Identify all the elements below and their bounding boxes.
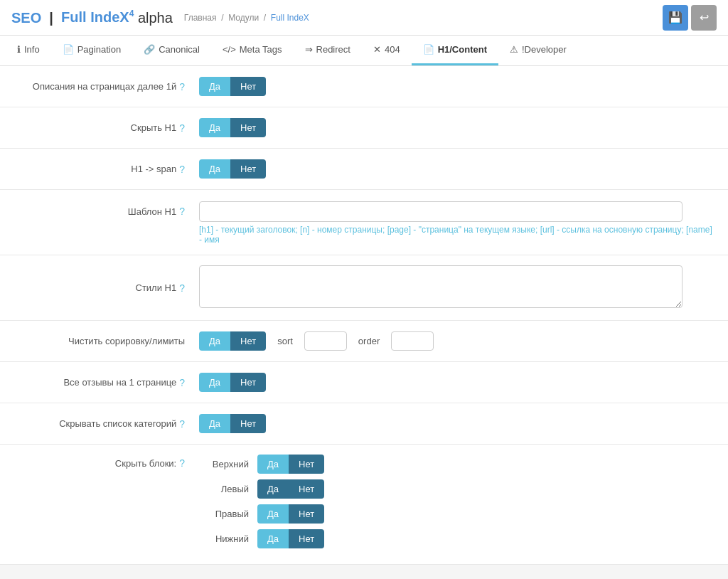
label-descriptions: Описания на страницах далее 1й ? (14, 81, 199, 92)
value-blocks: Верхний Да Нет Левый Да Нет Правый Да (199, 455, 714, 554)
tab-canonical-label: Canonical (159, 44, 200, 55)
toggle-hide-categories: Да Нет (199, 414, 714, 433)
label-hide-categories-text: Скрывать список категорий (59, 418, 176, 429)
back-button[interactable]: ↩ (691, 5, 717, 31)
tab-info[interactable]: ℹ Info (6, 36, 51, 65)
value-sort-limits: Да Нет sort order (199, 331, 714, 351)
btn-block-right-yes[interactable]: Да (257, 504, 289, 524)
input-template-h1[interactable] (199, 201, 682, 222)
help-icon-blocks[interactable]: ? (179, 457, 185, 469)
redirect-icon: ⇒ (305, 44, 313, 55)
block-name-bottom: Нижний (199, 533, 249, 544)
help-text-template-h1: [h1] - текущий заголовок; [n] - номер ст… (199, 225, 714, 245)
btn-all-reviews-no[interactable]: Нет (230, 373, 266, 392)
label-all-reviews: Все отзывы на 1 странице ? (14, 377, 199, 388)
tab-canonical[interactable]: 🔗 Canonical (132, 36, 211, 65)
tab-developer[interactable]: ⚠ !Developer (498, 36, 578, 65)
tab-h1content-label: H1/Content (438, 44, 487, 55)
value-hide-h1: Да Нет (199, 118, 714, 137)
tab-redirect-label: Redirect (316, 44, 350, 55)
btn-hide-categories-no[interactable]: Нет (230, 414, 266, 433)
tab-404[interactable]: ✕ 404 (362, 36, 412, 65)
value-all-reviews: Да Нет (199, 373, 714, 392)
value-styles-h1 (199, 265, 714, 310)
btn-h1-span-no[interactable]: Нет (230, 159, 266, 179)
btn-block-bottom-yes[interactable]: Да (257, 529, 289, 548)
order-label: order (358, 336, 380, 346)
tab-pagination[interactable]: 📄 Pagination (51, 36, 132, 65)
btn-block-left-yes[interactable]: Да (257, 479, 289, 499)
btn-hide-h1-yes[interactable]: Да (199, 118, 230, 137)
btn-sort-limits-yes[interactable]: Да (199, 331, 230, 351)
label-hide-h1: Скрыть Н1 ? (14, 122, 199, 134)
label-hide-h1-text: Скрыть Н1 (131, 122, 177, 133)
toggle-block-right: Да Нет (257, 504, 324, 524)
help-icon-styles-h1[interactable]: ? (179, 282, 185, 294)
toggle-all-reviews: Да Нет (199, 373, 714, 392)
label-blocks-text: Скрыть блоки: (115, 458, 176, 469)
btn-block-top-no[interactable]: Нет (289, 455, 324, 474)
help-icon-h1-span[interactable]: ? (179, 164, 185, 175)
toggle-sort-limits: Да Нет (199, 331, 266, 351)
row-sort-limits: Чистить сорировку/лимиты Да Нет sort ord… (0, 321, 728, 362)
order-input[interactable] (391, 331, 434, 351)
label-styles-h1-text: Стили Н1 (136, 282, 177, 293)
tab-h1content[interactable]: 📄 H1/Content (412, 36, 498, 65)
label-h1-span-text: Н1 -> span (131, 164, 176, 174)
main-content: Описания на страницах далее 1й ? Да Нет … (0, 66, 728, 565)
info-icon: ℹ (17, 44, 21, 55)
help-icon-hide-h1[interactable]: ? (179, 122, 185, 134)
label-blocks: Скрыть блоки: ? (14, 455, 199, 469)
btn-descriptions-yes[interactable]: Да (199, 77, 230, 96)
textarea-styles-h1[interactable] (199, 265, 682, 308)
logo-full: Full IndeX4 (61, 9, 134, 25)
btn-hide-categories-yes[interactable]: Да (199, 414, 230, 433)
tab-developer-label: !Developer (522, 44, 567, 55)
label-h1-span: Н1 -> span ? (14, 164, 199, 175)
btn-h1-span-yes[interactable]: Да (199, 159, 230, 179)
tab-redirect[interactable]: ⇒ Redirect (294, 36, 362, 65)
tab-metatags[interactable]: </> Meta Tags (211, 36, 294, 65)
label-all-reviews-text: Все отзывы на 1 странице (63, 377, 176, 388)
help-icon-all-reviews[interactable]: ? (179, 377, 185, 388)
row-h1-span: Н1 -> span ? Да Нет (0, 149, 728, 190)
tab-info-label: Info (24, 44, 40, 55)
logo-alpha: alpha (138, 9, 173, 25)
toggle-descriptions: Да Нет (199, 77, 714, 96)
sort-order-container: Да Нет sort order (199, 331, 714, 351)
btn-all-reviews-yes[interactable]: Да (199, 373, 230, 392)
btn-block-bottom-no[interactable]: Нет (289, 529, 324, 548)
block-name-left: Левый (199, 484, 249, 494)
tabs-bar: ℹ Info 📄 Pagination 🔗 Canonical </> Meta… (0, 36, 728, 66)
logo-sup: 4 (129, 9, 134, 19)
btn-sort-limits-no[interactable]: Нет (230, 331, 266, 351)
save-button[interactable]: 💾 (663, 5, 688, 31)
breadcrumb-home[interactable]: Главная (184, 13, 217, 23)
tab-pagination-label: Pagination (77, 44, 121, 55)
row-descriptions: Описания на страницах далее 1й ? Да Нет (0, 66, 728, 107)
breadcrumb-current: Full IndeX (271, 13, 309, 23)
tab-404-label: 404 (385, 44, 400, 55)
row-hide-categories: Скрывать список категорий ? Да Нет (0, 403, 728, 445)
btn-hide-h1-no[interactable]: Нет (230, 118, 266, 137)
tab-metatags-label: Meta Tags (240, 44, 282, 55)
btn-descriptions-no[interactable]: Нет (230, 77, 266, 96)
block-row-left: Левый Да Нет (199, 479, 714, 499)
breadcrumb-modules[interactable]: Модули (228, 13, 259, 23)
btn-block-left-no[interactable]: Нет (289, 479, 324, 499)
toggle-block-left: Да Нет (257, 479, 324, 499)
404-icon: ✕ (373, 44, 381, 55)
btn-block-top-yes[interactable]: Да (257, 455, 289, 474)
help-icon-descriptions[interactable]: ? (179, 81, 185, 92)
btn-block-right-no[interactable]: Нет (289, 504, 324, 524)
label-sort-limits: Чистить сорировку/лимиты (14, 336, 199, 346)
label-hide-categories: Скрывать список категорий ? (14, 418, 199, 430)
value-descriptions: Да Нет (199, 77, 714, 96)
sort-input[interactable] (304, 331, 347, 351)
value-hide-categories: Да Нет (199, 414, 714, 433)
breadcrumb: Главная / Модули / Full IndeX (184, 13, 309, 23)
help-icon-hide-categories[interactable]: ? (179, 418, 185, 430)
block-row-top: Верхний Да Нет (199, 455, 714, 474)
help-icon-template-h1[interactable]: ? (179, 206, 185, 217)
label-template-h1-text: Шаблон Н1 (128, 206, 176, 217)
